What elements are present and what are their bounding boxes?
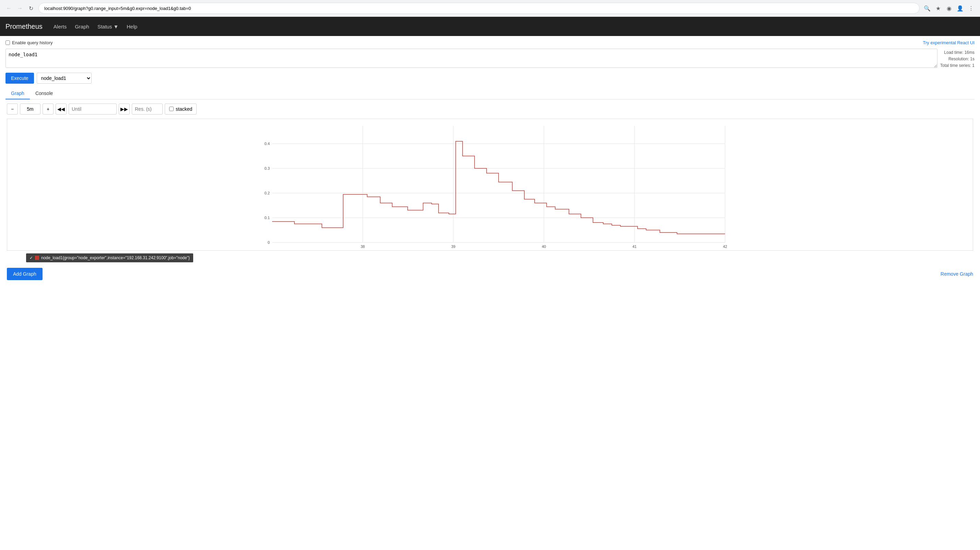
chevron-down-icon: ▼	[113, 24, 118, 30]
svg-text:0.4: 0.4	[264, 142, 270, 146]
remove-graph-link[interactable]: Remove Graph	[940, 271, 973, 277]
svg-text:0: 0	[268, 240, 270, 244]
graph-controls: − + ◀◀ ▶▶ stacked	[5, 103, 975, 114]
stacked-checkbox[interactable]	[169, 107, 173, 111]
chart-svg: 0.4 0.3 0.2 0.1 0 38 39 40 41 42	[7, 119, 973, 249]
enable-history-checkbox[interactable]	[5, 40, 10, 45]
top-bar: Enable query history Try experimental Re…	[5, 40, 975, 45]
svg-text:38: 38	[361, 244, 365, 249]
forward-button[interactable]: →	[15, 3, 25, 13]
tabs: Graph Console	[5, 88, 975, 100]
main-content: Enable query history Try experimental Re…	[0, 36, 980, 284]
svg-text:0.1: 0.1	[264, 216, 270, 220]
bookmark-button[interactable]: ★	[933, 3, 943, 13]
legend-series-label: node_load1{group="node_exporter",instanc…	[41, 255, 190, 260]
forward-time-button[interactable]: ▶▶	[119, 103, 130, 114]
legend-check-icon: ✓	[30, 255, 33, 260]
load-time: Load time: 16ms	[940, 49, 975, 56]
svg-text:40: 40	[542, 244, 546, 249]
stacked-button[interactable]: stacked	[165, 103, 197, 114]
nav-status-dropdown[interactable]: Status ▼	[97, 24, 118, 30]
browser-chrome: ← → ↻ 🔍 ★ ◉ 👤 ⋮	[0, 0, 980, 17]
nav-help[interactable]: Help	[127, 22, 137, 31]
menu-button[interactable]: ⋮	[966, 3, 976, 13]
enable-history-row: Enable query history	[5, 40, 53, 45]
address-bar[interactable]	[38, 3, 920, 14]
chart-container: 0.4 0.3 0.2 0.1 0 38 39 40 41 42	[7, 119, 973, 250]
nav-alerts[interactable]: Alerts	[54, 22, 67, 31]
query-meta: Load time: 16ms Resolution: 1s Total tim…	[940, 49, 975, 69]
nav-buttons: ← → ↻	[4, 3, 36, 13]
until-input[interactable]	[68, 103, 117, 114]
zoom-button[interactable]: 🔍	[922, 3, 932, 13]
back-button[interactable]: ←	[4, 3, 14, 13]
nav-graph[interactable]: Graph	[75, 22, 89, 31]
navbar: Prometheus Alerts Graph Status ▼ Help	[0, 17, 980, 36]
execute-button[interactable]: Execute	[5, 73, 34, 84]
add-graph-button[interactable]: Add Graph	[7, 268, 43, 280]
res-input[interactable]	[132, 103, 163, 114]
execute-row: Execute node_load1	[5, 73, 975, 84]
back-time-button[interactable]: ◀◀	[56, 103, 67, 114]
svg-text:39: 39	[451, 244, 455, 249]
legend[interactable]: ✓ node_load1{group="node_exporter",insta…	[26, 254, 193, 262]
range-input[interactable]	[20, 103, 40, 114]
profile-button[interactable]: 👤	[955, 3, 965, 13]
extensions-button[interactable]: ◉	[944, 3, 954, 13]
metric-select[interactable]: node_load1	[37, 73, 92, 84]
svg-text:0.3: 0.3	[264, 166, 270, 170]
browser-actions: 🔍 ★ ◉ 👤 ⋮	[922, 3, 976, 13]
tab-console[interactable]: Console	[30, 88, 58, 100]
chart-line	[272, 141, 725, 234]
enable-history-label: Enable query history	[12, 40, 53, 45]
svg-text:41: 41	[632, 244, 636, 249]
svg-text:42: 42	[723, 244, 727, 249]
try-react-link[interactable]: Try experimental React UI	[923, 40, 975, 45]
stacked-label: stacked	[176, 106, 192, 112]
query-row: node_load1 Load time: 16ms Resolution: 1…	[5, 49, 975, 69]
legend-color-box	[35, 256, 39, 260]
reload-button[interactable]: ↻	[26, 3, 36, 13]
tab-graph[interactable]: Graph	[5, 88, 30, 100]
total-series: Total time series: 1	[940, 62, 975, 69]
svg-text:0.2: 0.2	[264, 191, 270, 195]
footer-row: Add Graph Remove Graph	[5, 268, 975, 280]
plus-range-button[interactable]: +	[43, 103, 54, 114]
brand-title: Prometheus	[5, 23, 43, 30]
minus-range-button[interactable]: −	[7, 103, 18, 114]
resolution: Resolution: 1s	[940, 56, 975, 62]
query-input[interactable]: node_load1	[5, 49, 937, 68]
